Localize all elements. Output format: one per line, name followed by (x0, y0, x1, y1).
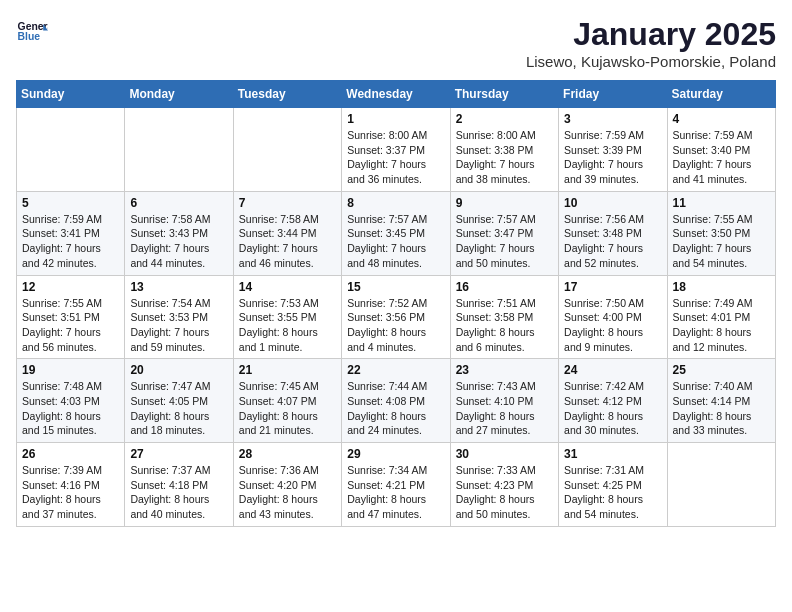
day-info: Sunrise: 7:53 AM Sunset: 3:55 PM Dayligh… (239, 296, 336, 355)
day-number: 20 (130, 363, 227, 377)
day-cell (17, 108, 125, 192)
day-cell: 7Sunrise: 7:58 AM Sunset: 3:44 PM Daylig… (233, 191, 341, 275)
day-number: 14 (239, 280, 336, 294)
day-header-friday: Friday (559, 81, 667, 108)
day-cell: 3Sunrise: 7:59 AM Sunset: 3:39 PM Daylig… (559, 108, 667, 192)
svg-text:Blue: Blue (18, 31, 41, 42)
day-number: 29 (347, 447, 444, 461)
day-info: Sunrise: 7:54 AM Sunset: 3:53 PM Dayligh… (130, 296, 227, 355)
day-info: Sunrise: 7:40 AM Sunset: 4:14 PM Dayligh… (673, 379, 770, 438)
day-cell: 13Sunrise: 7:54 AM Sunset: 3:53 PM Dayli… (125, 275, 233, 359)
day-cell: 11Sunrise: 7:55 AM Sunset: 3:50 PM Dayli… (667, 191, 775, 275)
week-row: 12Sunrise: 7:55 AM Sunset: 3:51 PM Dayli… (17, 275, 776, 359)
title-area: January 2025 Lisewo, Kujawsko-Pomorskie,… (526, 16, 776, 70)
day-cell: 27Sunrise: 7:37 AM Sunset: 4:18 PM Dayli… (125, 443, 233, 527)
day-number: 17 (564, 280, 661, 294)
day-number: 28 (239, 447, 336, 461)
day-info: Sunrise: 7:50 AM Sunset: 4:00 PM Dayligh… (564, 296, 661, 355)
day-cell (125, 108, 233, 192)
day-number: 5 (22, 196, 119, 210)
day-info: Sunrise: 7:43 AM Sunset: 4:10 PM Dayligh… (456, 379, 553, 438)
day-info: Sunrise: 7:37 AM Sunset: 4:18 PM Dayligh… (130, 463, 227, 522)
day-info: Sunrise: 7:44 AM Sunset: 4:08 PM Dayligh… (347, 379, 444, 438)
day-number: 18 (673, 280, 770, 294)
day-number: 7 (239, 196, 336, 210)
day-number: 23 (456, 363, 553, 377)
day-cell: 6Sunrise: 7:58 AM Sunset: 3:43 PM Daylig… (125, 191, 233, 275)
day-number: 1 (347, 112, 444, 126)
day-number: 26 (22, 447, 119, 461)
day-number: 30 (456, 447, 553, 461)
calendar-table: SundayMondayTuesdayWednesdayThursdayFrid… (16, 80, 776, 527)
day-cell: 15Sunrise: 7:52 AM Sunset: 3:56 PM Dayli… (342, 275, 450, 359)
day-cell: 12Sunrise: 7:55 AM Sunset: 3:51 PM Dayli… (17, 275, 125, 359)
day-header-sunday: Sunday (17, 81, 125, 108)
day-cell: 30Sunrise: 7:33 AM Sunset: 4:23 PM Dayli… (450, 443, 558, 527)
day-number: 27 (130, 447, 227, 461)
day-number: 19 (22, 363, 119, 377)
day-header-thursday: Thursday (450, 81, 558, 108)
day-info: Sunrise: 7:52 AM Sunset: 3:56 PM Dayligh… (347, 296, 444, 355)
day-info: Sunrise: 7:58 AM Sunset: 3:43 PM Dayligh… (130, 212, 227, 271)
day-info: Sunrise: 7:42 AM Sunset: 4:12 PM Dayligh… (564, 379, 661, 438)
day-number: 13 (130, 280, 227, 294)
day-number: 4 (673, 112, 770, 126)
day-info: Sunrise: 7:55 AM Sunset: 3:50 PM Dayligh… (673, 212, 770, 271)
day-cell: 31Sunrise: 7:31 AM Sunset: 4:25 PM Dayli… (559, 443, 667, 527)
logo-icon: General Blue (16, 16, 48, 48)
day-cell: 4Sunrise: 7:59 AM Sunset: 3:40 PM Daylig… (667, 108, 775, 192)
day-number: 31 (564, 447, 661, 461)
header-row: SundayMondayTuesdayWednesdayThursdayFrid… (17, 81, 776, 108)
day-cell: 29Sunrise: 7:34 AM Sunset: 4:21 PM Dayli… (342, 443, 450, 527)
day-info: Sunrise: 7:58 AM Sunset: 3:44 PM Dayligh… (239, 212, 336, 271)
day-cell: 17Sunrise: 7:50 AM Sunset: 4:00 PM Dayli… (559, 275, 667, 359)
day-cell: 9Sunrise: 7:57 AM Sunset: 3:47 PM Daylig… (450, 191, 558, 275)
day-info: Sunrise: 7:57 AM Sunset: 3:47 PM Dayligh… (456, 212, 553, 271)
day-header-saturday: Saturday (667, 81, 775, 108)
day-cell: 28Sunrise: 7:36 AM Sunset: 4:20 PM Dayli… (233, 443, 341, 527)
header: General Blue January 2025 Lisewo, Kujaws… (16, 16, 776, 70)
day-cell: 1Sunrise: 8:00 AM Sunset: 3:37 PM Daylig… (342, 108, 450, 192)
day-info: Sunrise: 7:34 AM Sunset: 4:21 PM Dayligh… (347, 463, 444, 522)
day-number: 21 (239, 363, 336, 377)
day-info: Sunrise: 7:59 AM Sunset: 3:40 PM Dayligh… (673, 128, 770, 187)
day-number: 6 (130, 196, 227, 210)
day-info: Sunrise: 7:45 AM Sunset: 4:07 PM Dayligh… (239, 379, 336, 438)
day-info: Sunrise: 7:49 AM Sunset: 4:01 PM Dayligh… (673, 296, 770, 355)
day-cell: 25Sunrise: 7:40 AM Sunset: 4:14 PM Dayli… (667, 359, 775, 443)
day-number: 10 (564, 196, 661, 210)
day-number: 8 (347, 196, 444, 210)
day-header-tuesday: Tuesday (233, 81, 341, 108)
week-row: 26Sunrise: 7:39 AM Sunset: 4:16 PM Dayli… (17, 443, 776, 527)
day-info: Sunrise: 7:36 AM Sunset: 4:20 PM Dayligh… (239, 463, 336, 522)
day-number: 24 (564, 363, 661, 377)
day-cell: 21Sunrise: 7:45 AM Sunset: 4:07 PM Dayli… (233, 359, 341, 443)
week-row: 5Sunrise: 7:59 AM Sunset: 3:41 PM Daylig… (17, 191, 776, 275)
day-info: Sunrise: 7:33 AM Sunset: 4:23 PM Dayligh… (456, 463, 553, 522)
day-cell: 5Sunrise: 7:59 AM Sunset: 3:41 PM Daylig… (17, 191, 125, 275)
day-info: Sunrise: 7:59 AM Sunset: 3:41 PM Dayligh… (22, 212, 119, 271)
day-info: Sunrise: 8:00 AM Sunset: 3:37 PM Dayligh… (347, 128, 444, 187)
day-cell: 23Sunrise: 7:43 AM Sunset: 4:10 PM Dayli… (450, 359, 558, 443)
day-number: 9 (456, 196, 553, 210)
day-info: Sunrise: 7:57 AM Sunset: 3:45 PM Dayligh… (347, 212, 444, 271)
day-info: Sunrise: 8:00 AM Sunset: 3:38 PM Dayligh… (456, 128, 553, 187)
day-number: 2 (456, 112, 553, 126)
day-cell: 16Sunrise: 7:51 AM Sunset: 3:58 PM Dayli… (450, 275, 558, 359)
day-info: Sunrise: 7:59 AM Sunset: 3:39 PM Dayligh… (564, 128, 661, 187)
day-info: Sunrise: 7:31 AM Sunset: 4:25 PM Dayligh… (564, 463, 661, 522)
day-info: Sunrise: 7:51 AM Sunset: 3:58 PM Dayligh… (456, 296, 553, 355)
day-info: Sunrise: 7:48 AM Sunset: 4:03 PM Dayligh… (22, 379, 119, 438)
day-info: Sunrise: 7:47 AM Sunset: 4:05 PM Dayligh… (130, 379, 227, 438)
week-row: 19Sunrise: 7:48 AM Sunset: 4:03 PM Dayli… (17, 359, 776, 443)
logo: General Blue (16, 16, 48, 48)
day-cell: 8Sunrise: 7:57 AM Sunset: 3:45 PM Daylig… (342, 191, 450, 275)
week-row: 1Sunrise: 8:00 AM Sunset: 3:37 PM Daylig… (17, 108, 776, 192)
location: Lisewo, Kujawsko-Pomorskie, Poland (526, 53, 776, 70)
day-header-monday: Monday (125, 81, 233, 108)
day-number: 15 (347, 280, 444, 294)
day-cell: 19Sunrise: 7:48 AM Sunset: 4:03 PM Dayli… (17, 359, 125, 443)
day-number: 3 (564, 112, 661, 126)
day-cell: 10Sunrise: 7:56 AM Sunset: 3:48 PM Dayli… (559, 191, 667, 275)
day-cell: 20Sunrise: 7:47 AM Sunset: 4:05 PM Dayli… (125, 359, 233, 443)
